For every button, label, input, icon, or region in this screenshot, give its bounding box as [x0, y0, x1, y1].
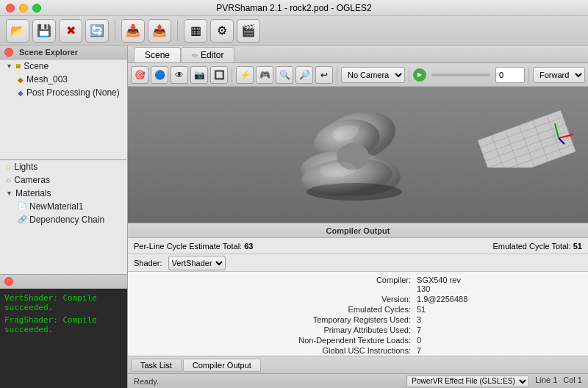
viewport-background	[128, 87, 588, 223]
vp-btn-7[interactable]: 🎮	[256, 66, 273, 84]
log-close-btn[interactable]	[4, 277, 13, 286]
detail-val-nondep-tex: 0	[417, 336, 476, 345]
detail-version: Version: 1.9@2256488	[128, 294, 588, 304]
grid-view	[478, 94, 581, 168]
tab-editor-label: Editor	[201, 50, 223, 60]
tab-bar: Scene ✏ Editor	[128, 46, 588, 63]
save-btn[interactable]: 💾	[32, 19, 56, 43]
close-btn[interactable]: ✖	[59, 19, 82, 43]
detail-val-compiler: SGX540 rev 130	[417, 276, 476, 293]
materials-triangle-icon: ▼	[6, 190, 12, 197]
detail-val-version: 1.9@2256488	[417, 295, 476, 303]
tree-item-newmaterial1[interactable]: 📄 NewMaterial1	[0, 200, 127, 213]
close-window-btn[interactable]	[6, 4, 15, 12]
3d-viewport[interactable]	[128, 87, 588, 223]
render-mode-select[interactable]: Forward	[533, 67, 585, 83]
traffic-lights	[6, 4, 41, 12]
tree-item-lights[interactable]: ○ Lights	[0, 160, 127, 173]
camera-select[interactable]: No Camera	[341, 67, 405, 83]
post-icon: ◆	[18, 89, 24, 97]
mesh-icon: ◆	[18, 76, 24, 84]
scene-explorer-header: Scene Explorer	[0, 46, 127, 60]
window-title: PVRShaman 2.1 - rock2.pod - OGLES2	[216, 3, 371, 13]
detail-global-usc: Global USC Instructions: 7	[128, 345, 588, 356]
emulated-value: 51	[573, 242, 582, 251]
tree-item-post[interactable]: ◆ Post Processing (None)	[0, 86, 127, 99]
vp-btn-3[interactable]: 👁	[171, 66, 188, 84]
vp-btn-4[interactable]: 📷	[190, 66, 208, 84]
shader-row: Shader: VertShader	[128, 254, 588, 272]
vp-sep-2	[337, 68, 337, 82]
status-bar: Ready. PowerVR Effect File (GLSL:ES) Lin…	[128, 373, 588, 388]
left-panel: Scene Explorer ▼ ■ Scene ◆ Mesh_003 ◆ Po…	[0, 46, 128, 388]
vp-btn-1[interactable]: 🎯	[131, 66, 148, 84]
dep-icon: 🔗	[18, 215, 26, 223]
rock-mesh	[273, 96, 442, 214]
tree-item-mesh003[interactable]: ◆ Mesh_003	[0, 73, 127, 86]
maximize-window-btn[interactable]	[32, 4, 41, 12]
scene-explorer-close[interactable]	[4, 48, 13, 57]
btab-task-list[interactable]: Task List	[131, 359, 182, 372]
shader-select[interactable]: VertShader	[168, 256, 226, 270]
detail-emulated: Emulated Cycles: 51	[128, 304, 588, 315]
tree-label-post: Post Processing (None)	[26, 87, 120, 98]
minimize-window-btn[interactable]	[19, 4, 28, 12]
detail-val-temp-regs: 3	[417, 315, 476, 324]
tree-label-lights: Lights	[14, 162, 37, 172]
toolbar: 📂 💾 ✖ 🔄 📥 📤 ▦ ⚙ 🎬	[0, 16, 588, 46]
play-btn[interactable]: ▶	[413, 68, 426, 82]
tree-item-materials[interactable]: ▼ Materials	[0, 187, 127, 200]
tab-editor[interactable]: ✏ Editor	[181, 47, 234, 62]
toolbar-separator-1	[115, 21, 115, 41]
status-col: Col 1	[563, 376, 582, 387]
btab-compiler-output[interactable]: Compiler Output	[183, 359, 261, 372]
tree-label-dependency-chain: Dependency Chain	[29, 215, 104, 225]
timeline-slider[interactable]	[431, 73, 490, 76]
detail-label-emulated: Emulated Cycles:	[240, 305, 417, 314]
per-line-label: Per-Line Cycle Estimate Total:	[134, 242, 242, 251]
triangle-icon: ▼	[6, 62, 12, 70]
compiler-header: Compiler Output	[128, 223, 588, 238]
compiler-details: Compiler: SGX540 rev 130 Version: 1.9@22…	[128, 272, 588, 356]
tree-item-cameras[interactable]: ○ Cameras	[0, 173, 127, 187]
log-header	[0, 275, 127, 289]
open-btn[interactable]: 📂	[6, 19, 29, 43]
vp-btn-5[interactable]: 🔲	[210, 66, 228, 84]
vp-btn-10[interactable]: ↩	[315, 66, 333, 84]
tree-item-dependency-chain[interactable]: 🔗 Dependency Chain	[0, 213, 127, 226]
toolbar-separator-2	[177, 21, 178, 41]
settings-btn[interactable]: ⚙	[210, 19, 234, 43]
compiler-title: Compiler Output	[326, 226, 390, 235]
file-type-select[interactable]: PowerVR Effect File (GLSL:ES)	[406, 376, 529, 387]
export-btn[interactable]: 📤	[148, 19, 171, 43]
tab-scene[interactable]: Scene	[134, 47, 181, 62]
compiler-panel: Compiler Output Per-Line Cycle Estimate …	[128, 223, 588, 373]
tree-label-mesh003: Mesh_003	[26, 74, 68, 85]
tree-item-scene[interactable]: ▼ ■ Scene	[0, 60, 127, 73]
vp-btn-6[interactable]: ⚡	[236, 66, 254, 84]
record-btn[interactable]: 🎬	[237, 19, 260, 43]
detail-temp-regs: Temporary Registers Used: 3	[128, 315, 588, 325]
editor-icon: ✏	[192, 51, 198, 60]
title-bar: PVRShaman 2.1 - rock2.pod - OGLES2	[0, 0, 588, 16]
detail-label-compiler: Compiler:	[240, 276, 417, 293]
tree-label-newmaterial1: NewMaterial1	[29, 201, 83, 212]
frame-input[interactable]	[495, 67, 525, 83]
grid-btn[interactable]: ▦	[184, 19, 207, 43]
camera-icon: ○	[6, 175, 11, 185]
svg-point-7	[306, 183, 402, 201]
vp-btn-8[interactable]: 🔍	[276, 66, 293, 84]
refresh-btn[interactable]: 🔄	[85, 19, 109, 43]
import-btn[interactable]: 📥	[121, 19, 145, 43]
bottom-tabs: Task List Compiler Output	[128, 356, 588, 373]
vp-sep-4	[528, 68, 529, 82]
tree-label-scene: Scene	[24, 61, 49, 71]
detail-nondep-tex: Non-Dependent Texture Loads: 0	[128, 335, 588, 345]
vp-btn-9[interactable]: 🔎	[295, 66, 313, 84]
lower-left-panel: ○ Lights ○ Cameras ▼ Materials 📄 NewMate…	[0, 160, 127, 274]
shader-label: Shader:	[134, 259, 162, 267]
detail-val-global-usc: 7	[417, 346, 476, 355]
vp-btn-2[interactable]: 🔵	[151, 66, 168, 84]
log-line-1: VertShader: Compile succeeded.	[4, 292, 123, 314]
detail-label-nondep-tex: Non-Dependent Texture Loads:	[240, 336, 417, 345]
